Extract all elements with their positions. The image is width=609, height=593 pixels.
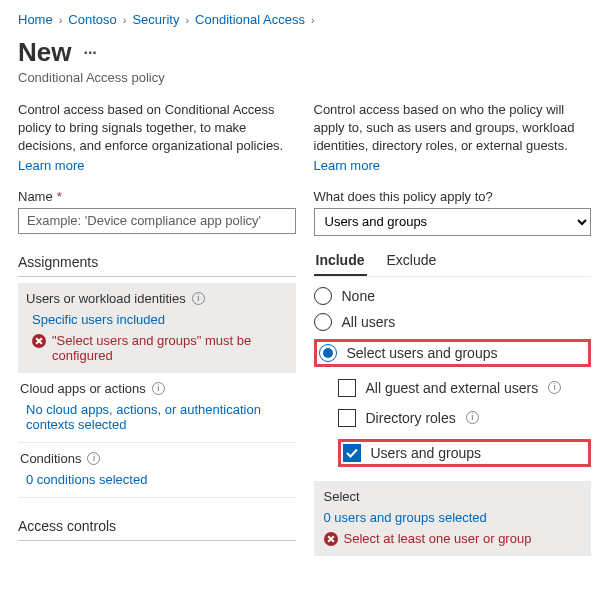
select-error: Select at least one user or group [324, 531, 582, 546]
apply-to-select[interactable]: Users and groups [314, 208, 592, 236]
error-icon [324, 532, 338, 546]
access-controls-header: Access controls [18, 512, 296, 541]
cloud-link[interactable]: No cloud apps, actions, or authenticatio… [26, 402, 261, 432]
select-header: Select [324, 489, 582, 504]
cloud-panel[interactable]: Cloud apps or actions i No cloud apps, a… [18, 373, 296, 443]
users-error: "Select users and groups" must be config… [32, 333, 288, 363]
breadcrumb-security[interactable]: Security [132, 12, 179, 27]
chevron-right-icon: › [123, 14, 127, 26]
check-directory-roles[interactable]: Directory roles i [338, 409, 592, 427]
cloud-row-label: Cloud apps or actions i [20, 381, 294, 396]
name-input[interactable] [18, 208, 296, 234]
breadcrumb-home[interactable]: Home [18, 12, 53, 27]
info-icon[interactable]: i [192, 292, 205, 305]
page-subtitle: Conditional Access policy [18, 70, 591, 85]
tab-include[interactable]: Include [314, 246, 367, 276]
conditions-row-label: Conditions i [20, 451, 294, 466]
include-exclude-tabs: Include Exclude [314, 246, 592, 277]
check-guest-external[interactable]: All guest and external users i [338, 379, 592, 397]
users-panel[interactable]: Users or workload identities i Specific … [18, 283, 296, 373]
apply-to-label: What does this policy apply to? [314, 189, 592, 204]
learn-more-link[interactable]: Learn more [18, 158, 296, 173]
assignments-header: Assignments [18, 248, 296, 277]
chevron-right-icon: › [59, 14, 63, 26]
more-icon[interactable]: ··· [83, 44, 96, 62]
right-column: Control access based on who the policy w… [314, 101, 592, 556]
radio-all-users[interactable]: All users [314, 313, 592, 331]
users-link[interactable]: Specific users included [32, 312, 165, 327]
conditions-link[interactable]: 0 conditions selected [26, 472, 147, 487]
users-row-label: Users or workload identities i [26, 291, 288, 306]
breadcrumb-contoso[interactable]: Contoso [68, 12, 116, 27]
highlight-box: Select users and groups [314, 339, 592, 367]
info-icon[interactable]: i [87, 452, 100, 465]
highlight-box: Users and groups [338, 439, 592, 467]
breadcrumb-conditional-access[interactable]: Conditional Access [195, 12, 305, 27]
right-description: Control access based on who the policy w… [314, 101, 592, 156]
check-users-and-groups[interactable]: Users and groups [343, 444, 482, 462]
page-title: New ··· [18, 37, 591, 68]
chevron-right-icon: › [311, 14, 315, 26]
error-icon [32, 334, 46, 348]
select-panel: Select 0 users and groups selected Selec… [314, 481, 592, 556]
info-icon[interactable]: i [548, 381, 561, 394]
radio-none[interactable]: None [314, 287, 592, 305]
chevron-right-icon: › [185, 14, 189, 26]
breadcrumb: Home › Contoso › Security › Conditional … [18, 12, 591, 27]
info-icon[interactable]: i [466, 411, 479, 424]
radio-select-users-groups[interactable]: Select users and groups [319, 344, 498, 362]
learn-more-link[interactable]: Learn more [314, 158, 592, 173]
info-icon[interactable]: i [152, 382, 165, 395]
tab-exclude[interactable]: Exclude [385, 246, 439, 276]
left-column: Control access based on Conditional Acce… [18, 101, 296, 556]
left-description: Control access based on Conditional Acce… [18, 101, 296, 156]
name-label: Name* [18, 189, 296, 204]
select-users-link[interactable]: 0 users and groups selected [324, 510, 487, 525]
conditions-panel[interactable]: Conditions i 0 conditions selected [18, 443, 296, 498]
